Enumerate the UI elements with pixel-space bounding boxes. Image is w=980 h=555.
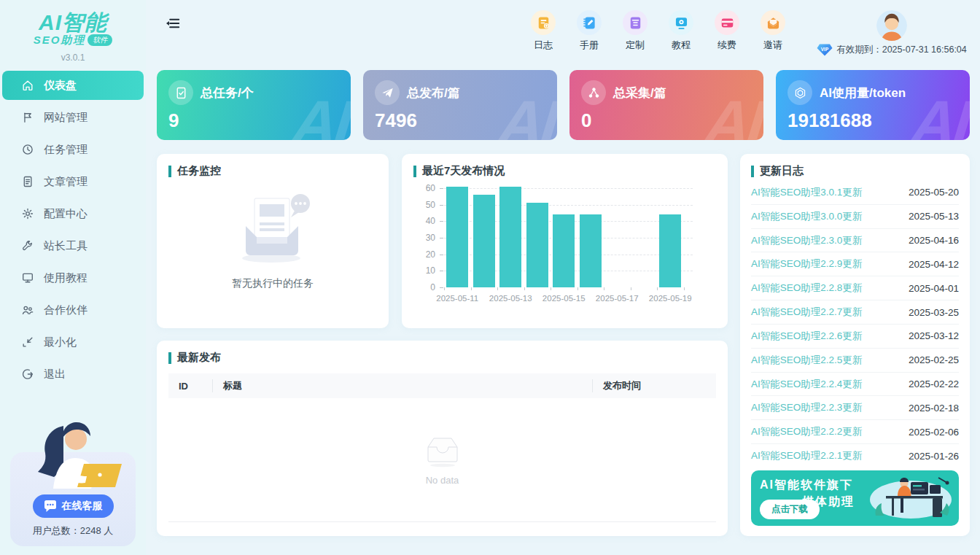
sidebar-item-minimize[interactable]: 最小化 [2,327,144,357]
update-log-title-text: 更新日志 [760,164,804,178]
stat-card-collect: 总采集/篇0AI [569,70,763,140]
download-button[interactable]: 点击下载 [760,500,820,519]
update-link[interactable]: AI智能SEO助理2.2.6更新 [751,330,862,343]
content-right-column: 更新日志 AI智能SEO助理3.0.1更新2025-05-20AI智能SEO助理… [740,154,970,536]
log-icon [531,10,556,35]
x-axis-label: 2025-05-13 [489,294,532,303]
latest-publish-title: 最新发布 [168,351,716,365]
x-axis-tick [524,287,525,290]
update-date: 2025-03-12 [909,330,959,341]
latest-publish-title-text: 最新发布 [177,351,221,365]
topbar-shortcut-log[interactable]: 日志 [529,10,558,52]
stat-card-ai: AI使用量/token19181688AI [776,70,970,140]
task-monitor-empty-text: 暂无执行中的任务 [168,277,377,290]
title-accent-bar [168,166,171,177]
update-log-row: AI智能SEO助理2.2.7更新2025-03-25 [751,300,959,325]
update-link[interactable]: AI智能SEO助理2.2.9更新 [751,257,862,271]
y-axis-tick [440,221,443,222]
bar [499,187,521,287]
license-expiry: VIP 有效期到：2025-07-31 16:56:04 [817,44,967,56]
update-link[interactable]: AI智能SEO助理2.3.0更新 [751,234,862,247]
update-date: 2025-02-25 [909,354,959,365]
update-log-row: AI智能SEO助理2.2.4更新2025-02-22 [751,373,959,397]
topbar-shortcut-manual[interactable]: 手册 [575,10,604,52]
banner-illustration [866,473,956,526]
bar [473,195,495,287]
update-link[interactable]: AI智能SEO助理2.2.3更新 [751,401,862,414]
column-header-title: 标题 [212,379,592,392]
svg-text:VIP: VIP [821,47,829,52]
no-data-text: No data [426,475,459,486]
topbar-shortcut-tutorial[interactable]: 教程 [666,10,696,52]
bar [659,214,681,287]
update-date: 2025-05-20 [909,187,959,198]
title-accent-bar [168,352,171,364]
x-axis-tick [657,287,658,290]
menu-fold-icon[interactable] [165,15,181,31]
y-axis-tick [440,255,443,255]
user-total-label: 用户总数： [33,525,80,536]
topbar-shortcut-custom[interactable]: 定制 [621,10,650,52]
sidebar-item-logout[interactable]: 退出 [2,360,144,389]
chat-icon [44,500,57,512]
sidebar-item-label: 使用教程 [44,271,88,285]
publish-chart-panel: 最近7天发布情况 01020304050602025-05-112025-05-… [402,154,728,328]
y-axis-tick [440,287,443,288]
x-axis-tick [497,287,498,290]
update-log-row: AI智能SEO助理3.0.1更新2025-05-20 [751,181,959,205]
sidebar-item-site[interactable]: 网站管理 [2,103,144,132]
update-link[interactable]: AI智能SEO助理2.2.1更新 [751,449,862,462]
logout-icon [21,368,34,381]
sidebar-item-monitor[interactable]: 使用教程 [2,263,144,292]
update-link[interactable]: AI智能SEO助理2.2.7更新 [751,306,862,319]
update-link[interactable]: AI智能SEO助理3.0.1更新 [751,186,862,199]
sidebar-item-home[interactable]: 仪表盘 [2,71,144,100]
x-axis-tick [578,287,578,290]
x-axis-label: 2025-05-17 [596,294,639,303]
x-axis-tick [604,287,604,290]
update-link[interactable]: AI智能SEO助理2.2.2更新 [751,425,862,438]
stat-card-label: AI使用量/token [820,85,906,101]
sidebar-nav: 仪表盘网站管理任务管理文章管理配置中心站长工具使用教程合作伙伴最小化退出 [0,71,146,389]
update-date: 2025-03-25 [909,307,959,318]
support-agent-illustration [18,417,128,500]
chart-title: 最近7天发布情况 [413,164,716,178]
shortcut-label: 教程 [672,39,691,52]
minimize-icon [21,335,34,349]
update-log-row: AI智能SEO助理2.2.8更新2025-04-01 [751,276,959,300]
logo-line1: AI智能 [0,12,146,34]
sidebar-item-partners[interactable]: 合作伙伴 [2,295,144,325]
sidebar-item-clock[interactable]: 任务管理 [2,135,144,164]
shortcut-label: 定制 [626,39,645,52]
main-area: 日志手册定制教程续费邀请 VIP 有效期到：2025-07-31 16:56:0… [146,0,980,555]
topbar-shortcut-renew[interactable]: 续费 [712,10,742,52]
update-link[interactable]: AI智能SEO助理3.0.0更新 [751,210,862,223]
x-axis-tick [551,287,551,290]
stat-card-label: 总发布/篇 [407,85,460,101]
update-date: 2025-05-13 [909,211,959,222]
vip-icon: VIP [817,44,833,56]
publish-icon [375,80,400,105]
invite-icon [761,10,785,35]
title-accent-bar [413,166,416,177]
sidebar-item-gear[interactable]: 配置中心 [2,199,144,228]
update-link[interactable]: AI智能SEO助理2.2.5更新 [751,354,862,367]
sidebar-item-article[interactable]: 文章管理 [2,167,144,196]
sidebar-item-wrench[interactable]: 站长工具 [2,231,144,260]
topbar-shortcut-invite[interactable]: 邀请 [758,10,788,52]
update-log-row: AI智能SEO助理2.2.6更新2025-03-12 [751,325,959,349]
update-link[interactable]: AI智能SEO助理2.2.4更新 [751,378,862,391]
sidebar: AI智能 SEO助理软件 v3.0.1 仪表盘网站管理任务管理文章管理配置中心站… [0,0,146,555]
latest-publish-panel: 最新发布 ID 标题 发布时间 No data [157,341,728,536]
user-avatar[interactable] [876,10,907,41]
update-log-row: AI智能SEO助理2.2.5更新2025-02-25 [751,349,959,373]
gear-icon [21,207,34,220]
update-link[interactable]: AI智能SEO助理2.2.8更新 [751,282,862,295]
y-axis-label: 20 [413,249,435,260]
shortcut-label: 邀请 [763,39,782,52]
shortcut-label: 日志 [534,39,553,52]
app-version: v3.0.1 [0,53,146,63]
title-accent-bar [751,166,754,177]
article-icon [21,175,34,188]
y-axis-tick [440,188,443,189]
